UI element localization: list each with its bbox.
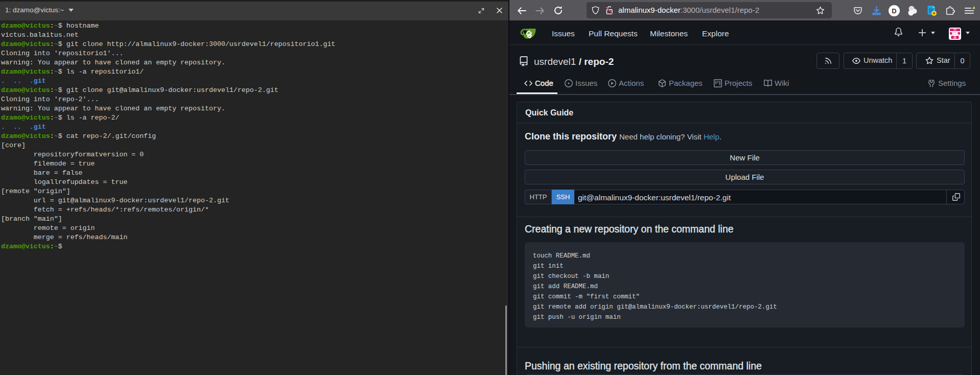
svg-text:D: D [892, 7, 896, 15]
